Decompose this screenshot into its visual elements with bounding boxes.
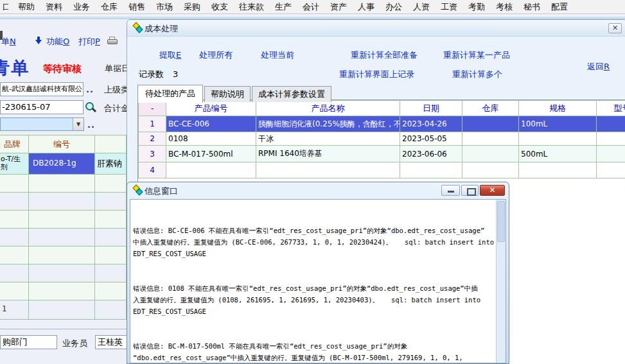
product-code-cell[interactable]: BC-M-017-500ml (166, 146, 256, 162)
menu-item-attendance[interactable]: 考勤 (467, 1, 486, 13)
chevron-down-icon[interactable]: ▼ (73, 118, 84, 130)
supplier-lookup-button[interactable]: .. (86, 85, 94, 94)
menu-item-clipped[interactable]: 口 (1, 1, 8, 13)
scrollbar-thumb[interactable] (497, 201, 505, 242)
table-row[interactable]: 3 BC-M-017-500ml RPMI 1640培养基 2023-06-06… (139, 146, 625, 162)
spec-cell[interactable] (519, 132, 597, 146)
row-number[interactable]: 4 (139, 162, 166, 178)
brand-cell[interactable]: o-T/生 剂 (0, 153, 29, 175)
product-code-cell[interactable]: 0108 (166, 132, 256, 146)
menu-item-accounting[interactable]: 会计 (301, 1, 321, 13)
dialog-titlebar[interactable]: 成本处理 ✕ (127, 20, 625, 37)
extract-button[interactable]: 提取E (159, 49, 181, 61)
tab-help[interactable]: 帮助说明 (204, 86, 251, 102)
department-input[interactable]: 购部门 (0, 335, 57, 349)
menu-item-office[interactable]: 办公 (384, 1, 403, 13)
spec-cell[interactable]: 500mL (519, 146, 597, 162)
product-name-cell[interactable]: RPMI 1640培养基 (256, 146, 400, 162)
new-doc-button[interactable]: 单N (1, 36, 16, 48)
menu-item-production[interactable]: 生产 (274, 1, 293, 13)
warehouse-cell[interactable] (462, 116, 519, 132)
error-log[interactable]: 错误信息: BC-CE-006 不能在具有唯一索引“edt_res_cost_u… (130, 200, 496, 363)
menu-item-config[interactable]: 配置 (550, 1, 569, 13)
minimize-icon[interactable] (441, 185, 460, 196)
menu-item-assets[interactable]: 资产 (329, 1, 348, 13)
maximize-icon[interactable] (461, 185, 479, 196)
doc-no-input[interactable]: -230615-07 (0, 100, 84, 114)
menu-item-payments[interactable]: 收支 (210, 1, 229, 13)
order-items-grid: 品牌 编号 o-T/生 剂 DB2028-1g 肝素钠 1 (0, 135, 127, 320)
menu-item-secretary[interactable]: 秘书 (522, 1, 541, 13)
menu-item-business[interactable]: 业务 (72, 1, 91, 13)
diamonds-icon (132, 185, 143, 195)
product-name-cell[interactable] (256, 162, 400, 178)
close-icon[interactable]: ✕ (480, 185, 505, 196)
date-cell[interactable]: 2023-05-05 (400, 132, 462, 146)
window-controls: ✕ (441, 185, 505, 196)
date-cell[interactable] (400, 162, 462, 178)
model-cell[interactable] (597, 162, 625, 178)
code-cell-selected[interactable]: DB2028-1g (29, 153, 95, 175)
model-cell[interactable] (597, 146, 625, 162)
vertical-scrollbar[interactable] (496, 200, 506, 363)
down-arrow-icon (35, 37, 42, 47)
model-cell[interactable] (597, 116, 625, 132)
tab-pending-products[interactable]: 待处理的产品 (137, 85, 203, 103)
salesman-label: 业务员 (62, 338, 87, 349)
spec-cell[interactable]: 100mL (519, 116, 597, 132)
supplier-input[interactable]: 航-武汉鑫喆诚科技有限公 (0, 82, 84, 96)
name-cell[interactable]: 肝素钠 (95, 153, 127, 175)
spec-header: 规格 (519, 101, 597, 116)
recalc-one-product-button[interactable]: 重新计算某一产品 (443, 49, 510, 61)
row-number[interactable]: 3 (139, 146, 166, 162)
grid-empty-row (0, 264, 127, 282)
date-cell[interactable]: 2023-06-06 (400, 146, 462, 162)
search-icon[interactable] (83, 101, 97, 114)
menu-item-market[interactable]: 市场 (155, 1, 174, 13)
product-code-cell[interactable] (166, 162, 256, 178)
date-cell[interactable]: 2023-04-26 (400, 116, 462, 132)
menu-item-hr[interactable]: 人事 (357, 1, 376, 13)
category-combobox[interactable]: ▼ (0, 117, 84, 131)
menu-item-help[interactable]: 帮助 (17, 1, 36, 13)
printer-icon[interactable] (107, 37, 118, 47)
product-name-cell[interactable]: 胰酶细胞消化液(0.25%胰酶，含酚红，不含EDTA) (256, 116, 400, 132)
product-code-cell[interactable]: BC-CE-006 (166, 116, 256, 132)
spec-cell[interactable] (519, 162, 597, 178)
warehouse-cell[interactable] (462, 146, 519, 162)
close-icon[interactable]: ✕ (608, 23, 622, 33)
grid-empty-row (0, 282, 127, 300)
product-name-header: 产品名称 (256, 101, 400, 116)
row-number[interactable]: 1 (139, 116, 166, 132)
recalc-ui-records-button[interactable]: 重新计算界面上记录 (339, 69, 414, 80)
menu-item-payroll[interactable]: 工资 (439, 1, 459, 13)
table-row[interactable]: 2 0108 干冰 2023-05-05 (139, 132, 625, 146)
model-cell[interactable] (597, 132, 625, 146)
category-lookup-button[interactable]: .. (87, 120, 95, 130)
warehouse-cell[interactable] (462, 162, 519, 178)
grid-empty-row (0, 175, 127, 193)
menu-item-sales[interactable]: 销售 (127, 1, 146, 13)
print-button[interactable]: 打印P (78, 36, 100, 48)
warehouse-cell[interactable] (462, 132, 519, 146)
table-row[interactable]: 4 (139, 162, 625, 178)
process-all-button[interactable]: 处理所有 (199, 49, 233, 61)
table-row[interactable]: 1 BC-CE-006 胰酶细胞消化液(0.25%胰酶，含酚红，不含EDTA) … (139, 116, 625, 132)
menu-item-accounts[interactable]: 往来款 (238, 1, 265, 13)
menu-item-warehouse[interactable]: 仓库 (100, 1, 119, 13)
tab-cost-params[interactable]: 成本计算参数设置 (252, 86, 331, 102)
recalc-prepare-button[interactable]: 重新计算全部准备 (351, 49, 418, 61)
menu-item-purchase[interactable]: 采购 (182, 1, 202, 13)
function-button[interactable]: 功能O (46, 36, 69, 48)
parent-type-label: 上级类 (104, 84, 127, 96)
grid-row-selected[interactable]: o-T/生 剂 DB2028-1g 肝素钠 (0, 153, 127, 175)
menu-item-hr2[interactable]: 人资 (412, 1, 431, 13)
menu-item-data[interactable]: 资料 (44, 1, 64, 13)
product-name-cell[interactable]: 干冰 (256, 132, 400, 146)
menu-item-review[interactable]: 考核 (495, 1, 514, 13)
process-current-button[interactable]: 处理当前 (261, 49, 294, 61)
row-number[interactable]: 2 (139, 132, 166, 146)
back-button[interactable]: 返回R (587, 61, 610, 73)
recalc-multiple-button[interactable]: 重新计算多个 (452, 69, 502, 80)
salesman-input[interactable]: 王桂英 (95, 335, 127, 349)
